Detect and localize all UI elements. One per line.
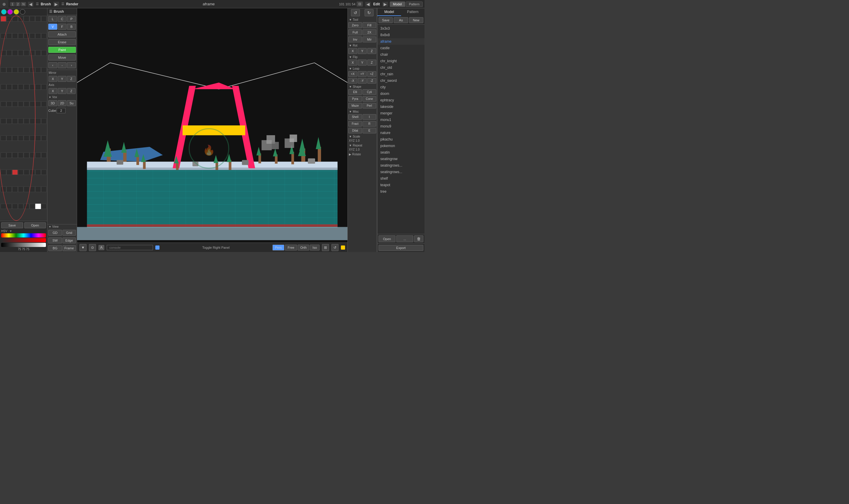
palette-cell-92[interactable] [24, 204, 29, 209]
rfl-tab-pattern[interactable]: Pattern [401, 8, 425, 16]
loop-plus-x[interactable]: +X [348, 71, 357, 77]
mir-btn[interactable]: Mir [363, 36, 376, 42]
view-grid-btn[interactable]: Grid [62, 230, 76, 236]
palette-cell-34[interactable] [12, 84, 18, 90]
move-btn[interactable]: Move [48, 55, 76, 60]
palette-cell-62[interactable] [35, 136, 41, 141]
palette-cell-35[interactable] [18, 84, 24, 90]
palette-cell-16[interactable] [1, 50, 6, 56]
palette-cell-27[interactable] [18, 67, 24, 73]
rfl-export-btn[interactable]: Export [379, 245, 423, 251]
palette-cell-78[interactable] [35, 169, 41, 175]
palette-cell-43[interactable] [18, 102, 24, 107]
rfl-item-city[interactable]: city [377, 84, 424, 90]
full-btn[interactable]: Full [348, 29, 362, 35]
palette-cell-38[interactable] [35, 84, 41, 90]
shape-maze[interactable]: Maze [348, 103, 362, 108]
palette-cell-83[interactable] [18, 186, 24, 192]
palette-cell-33[interactable] [6, 84, 12, 90]
orth-btn[interactable]: Orth [297, 245, 309, 251]
color-swatch-cyan[interactable] [1, 9, 6, 15]
palette-cell-8[interactable] [1, 33, 6, 39]
palette-cell-48[interactable] [1, 118, 6, 124]
view-gd-btn[interactable]: GD [48, 230, 62, 236]
palette-cell-74[interactable] [12, 169, 18, 175]
axis-z[interactable]: Z [67, 88, 76, 94]
rfl-item-nature[interactable]: nature [377, 129, 424, 136]
palette-cell-37[interactable] [30, 84, 35, 90]
free-btn[interactable]: Free [285, 245, 297, 251]
palette-cell-29[interactable] [30, 67, 35, 73]
rot-z[interactable]: Z [367, 48, 376, 54]
shape-cyli[interactable]: Cyli [363, 89, 376, 95]
palette-cell-69[interactable] [30, 152, 35, 158]
rfl-item-chr_knight[interactable]: chr_knight [377, 58, 424, 64]
fill-btn[interactable]: Fill [363, 22, 376, 28]
palette-cell-63[interactable] [41, 136, 47, 141]
rfl-item-chr_old[interactable]: chr_old [377, 64, 424, 71]
edit-nav-next[interactable]: ▶ [382, 2, 388, 6]
vp-refresh-btn[interactable]: ↺ [331, 244, 339, 251]
palette-cell-56[interactable] [1, 136, 6, 141]
cube-input[interactable] [57, 108, 66, 113]
shape-elli[interactable]: Elli [348, 89, 362, 95]
palette-cell-12[interactable] [24, 33, 29, 39]
misc-dilat[interactable]: Dilat [348, 128, 362, 133]
fullscreen-btn[interactable]: ⊡ [357, 1, 363, 6]
palette-cell-15[interactable] [41, 33, 47, 39]
palette-cell-22[interactable] [35, 50, 41, 56]
palette-cell-23[interactable] [41, 50, 47, 56]
palette-cell-84[interactable] [24, 186, 29, 192]
rfl-item-lakeside[interactable]: lakeside [377, 104, 424, 110]
hsv-color-bar[interactable] [1, 238, 46, 242]
palette-cell-46[interactable] [35, 102, 41, 107]
iso-btn[interactable]: Iso [310, 245, 320, 251]
palette-cell-86[interactable] [35, 186, 41, 192]
palette-cell-73[interactable] [6, 169, 12, 175]
brush-nav-prev[interactable]: ◀ [28, 2, 34, 6]
rfl-item-castle[interactable]: castle [377, 45, 424, 51]
misc-i[interactable]: I [363, 114, 376, 120]
palette-cell-70[interactable] [35, 152, 41, 158]
rfl-item-seatingrows[interactable]: seatingrows... [377, 169, 424, 175]
palette-cell-68[interactable] [24, 152, 29, 158]
palette-open-btn[interactable]: Open [24, 222, 46, 228]
rfl-new-btn[interactable]: New [409, 17, 423, 23]
palette-cell-11[interactable] [18, 33, 24, 39]
palette-cell-55[interactable] [41, 118, 47, 124]
brush-type-v[interactable]: V [48, 24, 57, 30]
palette-cell-65[interactable] [6, 152, 12, 158]
palette-cell-18[interactable] [12, 50, 18, 56]
palette-cell-30[interactable] [35, 67, 41, 73]
mirror-z[interactable]: Z [67, 76, 76, 82]
axis-x[interactable]: X [49, 88, 57, 94]
palette-cell-49[interactable] [6, 118, 12, 124]
rfl-item-doom[interactable]: doom [377, 90, 424, 97]
rfl-item-3x3x3[interactable]: 3x3x3 [377, 25, 424, 32]
rfl-item-aframe[interactable]: aframe [377, 38, 424, 45]
rfl-item-teapot[interactable]: teapot [377, 182, 424, 188]
palette-cell-36[interactable] [24, 84, 29, 90]
palette-cell-67[interactable] [18, 152, 24, 158]
vox-3d[interactable]: 3D [48, 100, 57, 106]
rfl-item-seatin[interactable]: seatin [377, 149, 424, 156]
rfl-item-seatingrow[interactable]: seatingrow [377, 156, 424, 162]
palette-cell-4[interactable] [24, 16, 29, 22]
rot-y[interactable]: Y [358, 48, 367, 54]
vp-dropdown-btn[interactable]: ▼ [79, 244, 87, 251]
misc-r[interactable]: R [363, 121, 376, 127]
rfl-as-btn[interactable]: As [394, 17, 408, 23]
rfl-trash-btn[interactable]: 🗑 [414, 235, 423, 242]
palette-cell-52[interactable] [24, 118, 29, 124]
palette-cell-53[interactable] [30, 118, 35, 124]
palette-cell-47[interactable] [41, 102, 47, 107]
palette-cell-76[interactable] [24, 169, 29, 175]
palette-cell-64[interactable] [1, 152, 6, 158]
loop-minus-y[interactable]: -Y [358, 78, 367, 84]
shape-pyra[interactable]: Pyra [348, 96, 362, 102]
view-sw-btn[interactable]: SW [48, 237, 62, 244]
palette-cell-54[interactable] [35, 118, 41, 124]
palette-cell-85[interactable] [30, 186, 35, 192]
palette-cell-41[interactable] [6, 102, 12, 107]
palette-cell-26[interactable] [12, 67, 18, 73]
